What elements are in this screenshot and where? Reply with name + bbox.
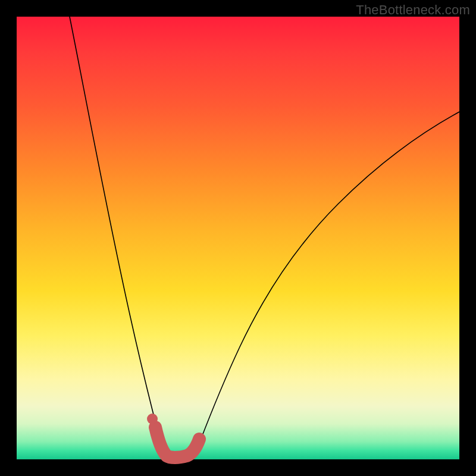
watermark-text: TheBottleneck.com	[356, 2, 470, 18]
curve-left	[70, 17, 165, 457]
curve-right	[194, 112, 459, 457]
plot-area	[17, 17, 459, 459]
curve-highlight-valley	[155, 427, 199, 458]
chart-svg	[17, 17, 459, 459]
highlight-dot	[147, 414, 158, 424]
chart-frame: TheBottleneck.com	[0, 0, 476, 476]
